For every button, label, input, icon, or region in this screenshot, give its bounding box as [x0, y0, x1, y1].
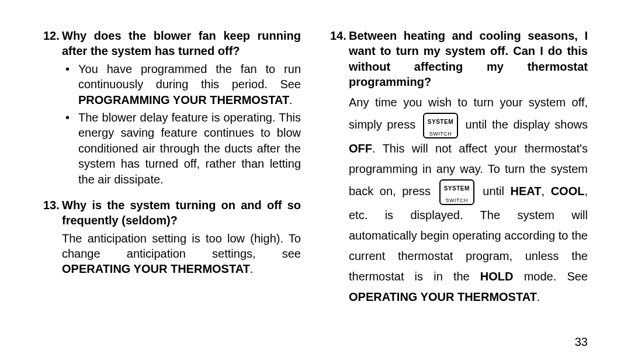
answer-text: You have programmed the fan to run conti… — [78, 63, 301, 91]
question-number: 14. — [330, 28, 349, 43]
faq-14: 14. Between heating and cooling seasons,… — [330, 28, 588, 307]
right-column: 14. Between heating and cooling seasons,… — [330, 28, 588, 318]
faq-question-row: 12. Why does the blower fan keep running… — [43, 28, 301, 59]
question-text: Between heating and cooling seasons, I w… — [349, 28, 588, 90]
answer-bullets: You have programmed the fan to run conti… — [62, 61, 301, 187]
answer-text: . — [250, 262, 254, 275]
button-line2: SWITCH — [429, 131, 452, 137]
button-line1: SYSTEM — [444, 185, 470, 192]
reference-text: PROGRAMMING YOUR THERMOSTAT — [78, 93, 289, 106]
answer-text: . — [289, 93, 293, 106]
faq-question-row: 13. Why is the system turning on and off… — [43, 197, 301, 228]
question-text: Why does the blower fan keep running aft… — [62, 28, 301, 59]
button-line1: SYSTEM — [428, 119, 453, 125]
left-column: 12. Why does the blower fan keep running… — [43, 28, 301, 318]
answer-text: mode. See — [514, 270, 588, 283]
display-mode: HEAT — [511, 185, 542, 197]
list-item: You have programmed the fan to run conti… — [62, 61, 301, 108]
answer-text: The anticipation setting is too low (hig… — [62, 232, 301, 260]
system-switch-button-icon: SYSTEMSWITCH — [423, 113, 458, 138]
answer-block: You have programmed the fan to run conti… — [43, 61, 301, 187]
answer-block: Any time you wish to turn your system of… — [330, 92, 588, 307]
answer-text: until the display shows — [460, 118, 588, 131]
answer-text: . — [537, 290, 540, 303]
answer-block: The anticipation setting is too low (hig… — [43, 231, 301, 277]
answer-text: until — [477, 185, 511, 197]
faq-question-row: 14. Between heating and cooling seasons,… — [330, 28, 588, 90]
question-text: Why is the system turning on and off so … — [62, 197, 301, 228]
display-mode: OFF — [349, 142, 372, 155]
page-content: 12. Why does the blower fan keep running… — [0, 0, 631, 341]
system-switch-button-icon: SYSTEMSWITCH — [439, 179, 474, 205]
reference-text: OPERATING YOUR THERMOSTAT — [62, 262, 250, 275]
faq-12: 12. Why does the blower fan keep running… — [43, 28, 301, 187]
display-mode: COOL — [551, 185, 585, 197]
answer-text: The blower delay feature is operating. T… — [78, 111, 301, 186]
page-number: 33 — [575, 335, 588, 349]
reference-text: OPERATING YOUR THERMOSTAT — [349, 290, 537, 303]
question-number: 13. — [43, 197, 62, 213]
answer-text: , — [542, 185, 551, 197]
list-item: The blower delay feature is operating. T… — [62, 110, 301, 187]
display-mode: HOLD — [480, 270, 514, 283]
question-number: 12. — [43, 28, 62, 43]
faq-13: 13. Why is the system turning on and off… — [43, 197, 301, 277]
button-line2: SWITCH — [445, 197, 468, 203]
